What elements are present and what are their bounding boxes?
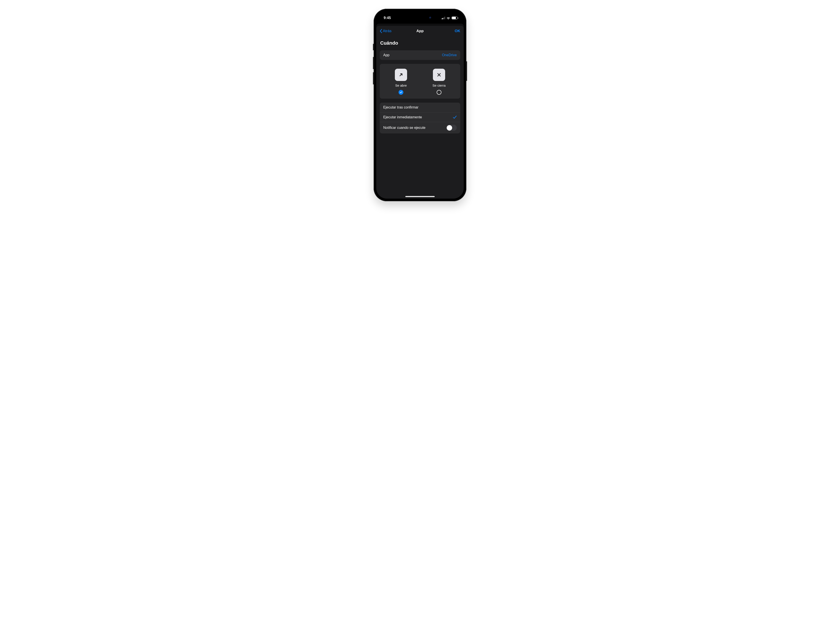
content: Cuándo App OneDrive — [376, 36, 464, 133]
run-immediate-row[interactable]: Ejecutar inmediatamente — [380, 112, 460, 122]
silence-switch — [373, 44, 374, 50]
dynamic-island — [406, 14, 434, 21]
notify-label: Notificar cuando se ejecute — [383, 126, 425, 130]
home-indicator[interactable] — [405, 196, 435, 197]
close-icon — [433, 69, 445, 81]
trigger-open-label: Se abre — [395, 84, 407, 87]
status-icons: 73 — [442, 15, 458, 19]
side-button — [466, 61, 467, 81]
check-icon — [399, 91, 402, 94]
section-title: Cuándo — [380, 40, 460, 46]
battery-percent: 73 — [453, 17, 456, 19]
phone-frame: 9:45 73 — [374, 9, 466, 201]
chevron-left-icon — [380, 29, 382, 33]
nav-title: App — [416, 29, 423, 33]
run-confirm-label: Ejecutar tras confirmar — [383, 106, 418, 109]
trigger-close-label: Se cierra — [433, 84, 445, 87]
modal-sheet: Atrás App OK Cuándo App OneDrive — [376, 26, 464, 199]
trigger-option-open[interactable]: Se abre — [382, 69, 420, 95]
run-confirm-row[interactable]: Ejecutar tras confirmar — [380, 103, 460, 112]
wifi-icon — [447, 17, 450, 19]
app-selector-label: App — [383, 53, 389, 57]
back-label: Atrás — [383, 29, 392, 33]
volume-up-button — [373, 57, 374, 69]
nav-bar: Atrás App OK — [376, 26, 464, 36]
trigger-options-card: Se abre — [380, 64, 460, 99]
notify-toggle[interactable] — [446, 125, 457, 131]
check-icon — [453, 115, 457, 119]
app-selector-card: App OneDrive — [380, 50, 460, 60]
ok-button[interactable]: OK — [455, 29, 461, 33]
canvas: 9:45 73 — [280, 0, 560, 210]
status-time: 9:45 — [384, 15, 391, 20]
app-selector-row[interactable]: App OneDrive — [380, 50, 460, 60]
trigger-option-close[interactable]: Se cierra — [420, 69, 458, 95]
battery-icon: 73 — [452, 16, 458, 19]
run-immediate-label: Ejecutar inmediatamente — [383, 115, 422, 119]
notify-row[interactable]: Notificar cuando se ejecute — [380, 122, 460, 133]
cellular-icon — [442, 17, 445, 19]
run-options-card: Ejecutar tras confirmar Ejecutar inmedia… — [380, 103, 460, 133]
trigger-close-radio[interactable] — [437, 90, 441, 95]
back-button[interactable]: Atrás — [380, 29, 392, 33]
volume-down-button — [373, 72, 374, 84]
screen: 9:45 73 — [376, 11, 464, 199]
app-selector-value: OneDrive — [442, 53, 457, 57]
trigger-open-radio[interactable] — [399, 90, 403, 95]
open-icon — [395, 69, 407, 81]
front-camera — [429, 17, 431, 19]
